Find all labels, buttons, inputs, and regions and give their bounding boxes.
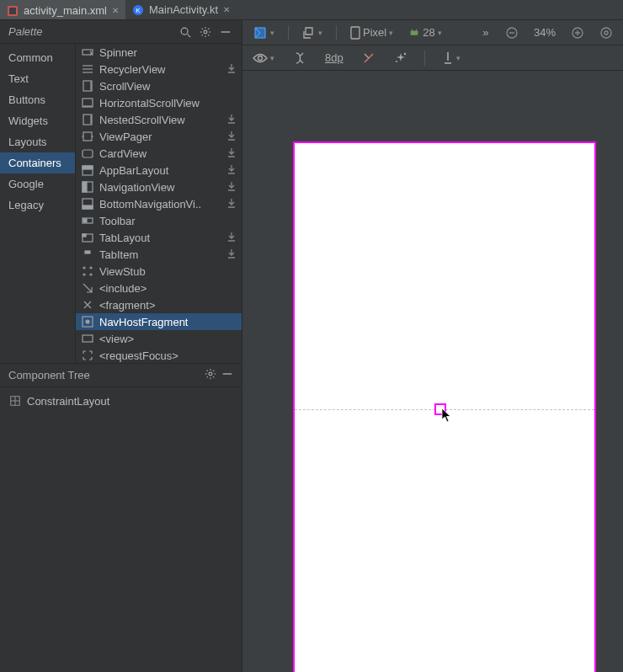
- svg-line-13: [202, 35, 203, 35]
- download-icon[interactable]: [226, 147, 237, 159]
- pager-icon: [81, 130, 94, 143]
- scroll-h-icon: [81, 96, 94, 109]
- view-options-icon[interactable]: ▾: [248, 49, 280, 67]
- svg-rect-32: [83, 182, 87, 192]
- svg-rect-40: [85, 251, 90, 253]
- category-layouts[interactable]: Layouts: [0, 131, 75, 152]
- chevron-down-icon: ▾: [318, 29, 322, 37]
- gear-icon[interactable]: [198, 24, 213, 40]
- zoom-fit-icon[interactable]: [594, 24, 618, 42]
- bottomnav-icon: [81, 197, 94, 211]
- svg-line-11: [202, 28, 203, 29]
- palette-item[interactable]: BottomNavigationVi..: [76, 195, 242, 212]
- svg-rect-1: [9, 8, 16, 14]
- download-icon[interactable]: [226, 198, 237, 210]
- palette-item[interactable]: <include>: [76, 280, 242, 296]
- palette-widgets-scroll[interactable]: SpinnerRecyclerViewScrollViewHorizontalS…: [76, 44, 242, 363]
- palette-item[interactable]: NavHostFragment: [76, 313, 242, 330]
- download-icon[interactable]: [226, 63, 237, 75]
- default-margins[interactable]: 8dp: [320, 49, 349, 67]
- scroll-v-icon: [81, 113, 94, 126]
- palette-item[interactable]: CardView: [76, 145, 242, 162]
- svg-rect-39: [83, 234, 86, 237]
- category-buttons[interactable]: Buttons: [0, 89, 75, 110]
- svg-point-72: [258, 56, 263, 60]
- palette-item[interactable]: TabLayout: [76, 229, 242, 246]
- download-icon[interactable]: [226, 248, 237, 260]
- tree-root-row[interactable]: ConstraintLayout: [7, 392, 235, 409]
- category-containers[interactable]: Containers: [0, 152, 75, 173]
- close-icon[interactable]: ✕: [112, 6, 119, 15]
- category-text[interactable]: Text: [0, 68, 75, 89]
- palette-item-label: CardView: [99, 147, 146, 160]
- device-selector[interactable]: Pixel ▾: [345, 24, 398, 42]
- palette-item[interactable]: <view>: [76, 330, 242, 347]
- palette-item[interactable]: <requestFocus>: [76, 347, 242, 363]
- palette-item[interactable]: Toolbar: [76, 212, 242, 229]
- xml-file-icon: [7, 5, 19, 17]
- tabitem-icon: [81, 248, 94, 261]
- close-icon[interactable]: ✕: [223, 5, 230, 14]
- category-google[interactable]: Google: [0, 173, 75, 195]
- cursor-icon: [441, 408, 453, 425]
- svg-point-43: [83, 274, 85, 275]
- view-icon: [81, 332, 94, 345]
- infer-constraints-icon[interactable]: [389, 49, 413, 67]
- chevron-down-icon: ▾: [456, 54, 461, 62]
- default-margins-label: 8dp: [325, 51, 343, 64]
- design-surface[interactable]: [242, 71, 623, 672]
- api-selector[interactable]: 28 ▾: [403, 24, 446, 42]
- zoom-in-icon[interactable]: [566, 24, 589, 42]
- download-icon[interactable]: [226, 114, 237, 125]
- svg-rect-26: [83, 132, 92, 141]
- stub-icon: [81, 264, 94, 278]
- download-icon[interactable]: [226, 131, 237, 142]
- svg-rect-30: [83, 166, 93, 169]
- guidelines-icon[interactable]: ▾: [437, 49, 466, 67]
- download-icon[interactable]: [226, 164, 237, 176]
- category-legacy[interactable]: Legacy: [0, 195, 75, 216]
- tab-activity-main[interactable]: activity_main.xml ✕: [0, 0, 125, 19]
- palette-item[interactable]: ViewStub: [76, 263, 242, 280]
- svg-rect-37: [83, 219, 87, 222]
- minimize-icon[interactable]: [218, 24, 233, 40]
- svg-point-41: [83, 267, 85, 269]
- category-common[interactable]: Common: [0, 47, 75, 68]
- tab-label: activity_main.xml: [24, 4, 107, 17]
- palette-item[interactable]: <fragment>: [76, 296, 242, 313]
- download-icon[interactable]: [226, 232, 237, 243]
- orientation-icon[interactable]: ▾: [297, 24, 327, 42]
- clear-constraints-icon[interactable]: [357, 49, 381, 67]
- search-icon[interactable]: [178, 24, 193, 40]
- minimize-icon[interactable]: [221, 368, 233, 382]
- autoconnect-icon[interactable]: [288, 49, 312, 67]
- spinner-icon: [81, 45, 94, 59]
- palette-item[interactable]: HorizontalScrollView: [76, 94, 242, 111]
- tab-main-activity[interactable]: K MainActivity.kt ✕: [125, 0, 237, 19]
- gear-icon[interactable]: [205, 368, 216, 382]
- download-icon[interactable]: [226, 181, 237, 193]
- palette-item[interactable]: RecyclerView: [76, 61, 242, 77]
- include-icon: [81, 281, 94, 295]
- layout-designer: ▾ ▾ Pixel ▾ 28 ▾ » 34%: [242, 20, 623, 672]
- palette-item[interactable]: Spinner: [76, 44, 242, 61]
- palette-item[interactable]: ScrollView: [76, 77, 242, 94]
- svg-point-42: [90, 267, 92, 269]
- design-surface-icon[interactable]: ▾: [248, 24, 280, 42]
- palette-item[interactable]: AppBarLayout: [76, 162, 242, 179]
- svg-point-6: [204, 30, 207, 34]
- category-widgets[interactable]: Widgets: [0, 110, 75, 131]
- palette-categories: Common Text Buttons Widgets Layouts Cont…: [0, 44, 76, 363]
- more-icon[interactable]: »: [477, 24, 495, 42]
- device-frame[interactable]: [293, 141, 596, 672]
- palette-item-label: NestedScrollView: [99, 114, 185, 126]
- zoom-out-icon[interactable]: [500, 24, 524, 42]
- palette-item[interactable]: NestedScrollView: [76, 111, 242, 128]
- palette-item[interactable]: ViewPager: [76, 128, 242, 145]
- palette-item[interactable]: TabItem: [76, 246, 242, 263]
- separator: [424, 51, 425, 66]
- device-label: Pixel: [363, 26, 386, 39]
- chevron-down-icon: ▾: [389, 29, 393, 37]
- palette-item[interactable]: NavigationView: [76, 179, 242, 195]
- constraintlayout-icon: [8, 394, 22, 408]
